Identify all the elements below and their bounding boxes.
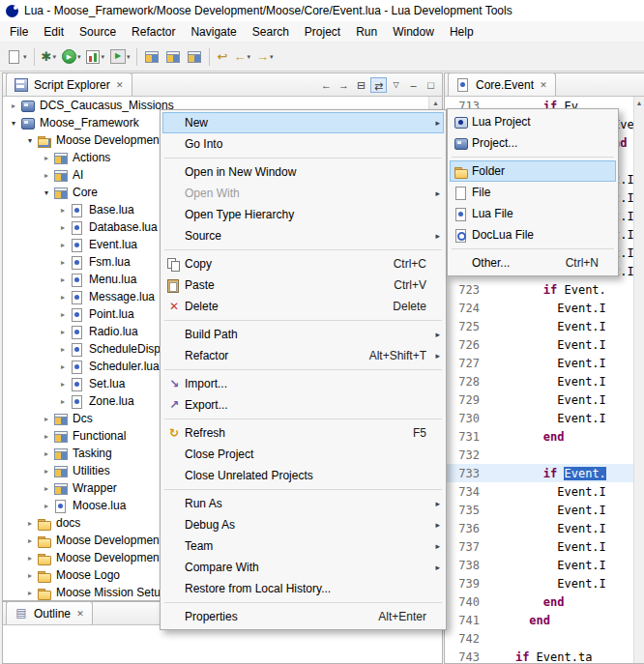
menubar-item-refactor[interactable]: Refactor <box>124 23 183 41</box>
menubar-item-source[interactable]: Source <box>72 23 124 41</box>
menu-item-open-in-new-window[interactable]: Open in New Window <box>162 161 444 183</box>
submenu-item-folder[interactable]: Folder <box>450 160 616 182</box>
scroll-up-icon[interactable]: ▲ <box>429 97 442 109</box>
menu-item-compare-with[interactable]: Compare With▸ <box>162 557 444 578</box>
close-icon[interactable] <box>75 609 85 619</box>
new-wizard-icon[interactable]: ▾ <box>5 45 29 69</box>
submenu-item-doclua-file[interactable]: DocLua File <box>450 224 616 245</box>
submenu-item-file[interactable]: File <box>450 182 616 203</box>
menu-item-export[interactable]: ↗Export... <box>162 394 444 416</box>
expand-arrow-icon[interactable]: ▾ <box>23 136 37 145</box>
menu-item-build-path[interactable]: Build Path▸ <box>162 324 444 345</box>
expand-arrow-icon[interactable]: ▸ <box>23 554 37 563</box>
dropdown-caret-icon[interactable]: ▾ <box>101 53 104 61</box>
menu-item-restore-from-local-history[interactable]: Restore from Local History... <box>162 578 444 599</box>
dropdown-caret-icon[interactable]: ▾ <box>52 53 56 61</box>
expand-arrow-icon[interactable]: ▸ <box>40 502 53 510</box>
code-line[interactable]: 725 Event.I <box>445 317 634 335</box>
expand-arrow-icon[interactable]: ▸ <box>40 467 53 476</box>
external-tools-icon[interactable]: ▶▾ <box>108 45 132 69</box>
expand-arrow-icon[interactable]: ▸ <box>56 258 70 267</box>
expand-arrow-icon[interactable]: ▸ <box>56 362 70 371</box>
menu-item-paste[interactable]: PasteCtrl+V <box>162 274 444 296</box>
dropdown-caret-icon[interactable]: ▾ <box>270 53 274 61</box>
expand-arrow-icon[interactable]: ▸ <box>56 223 70 232</box>
code-line[interactable]: 742 <box>445 629 634 648</box>
code-line[interactable]: 741 end <box>445 611 634 629</box>
code-line[interactable]: 735 Event.I <box>445 501 634 519</box>
expand-arrow-icon[interactable]: ▸ <box>56 275 70 284</box>
collapse-all-icon[interactable]: ⊟ <box>353 77 369 93</box>
code-line[interactable]: 737 Event.I <box>445 537 634 556</box>
expand-arrow-icon[interactable]: ▸ <box>56 310 70 319</box>
expand-arrow-icon[interactable]: ▸ <box>56 380 70 389</box>
submenu-item-other[interactable]: Other...Ctrl+N <box>450 252 616 274</box>
code-line[interactable]: 724 Event.I <box>445 299 634 317</box>
menu-item-close-unrelated-projects[interactable]: Close Unrelated Projects <box>162 465 444 486</box>
forward-view-icon[interactable]: → <box>336 77 352 93</box>
minimize-icon[interactable]: – <box>405 77 422 93</box>
menu-item-open-with[interactable]: Open With▸ <box>162 183 444 204</box>
table-icon-3[interactable] <box>185 45 204 69</box>
menu-item-source[interactable]: Source▸ <box>162 225 444 246</box>
menubar-item-edit[interactable]: Edit <box>36 23 72 41</box>
code-line[interactable]: 726 Event.I <box>445 335 634 354</box>
expand-arrow-icon[interactable]: ▸ <box>56 206 70 215</box>
expand-arrow-icon[interactable]: ▸ <box>23 519 37 528</box>
back-view-icon[interactable]: ← <box>318 77 335 93</box>
menubar-item-search[interactable]: Search <box>245 23 297 41</box>
menu-item-go-into[interactable]: Go Into <box>162 133 444 155</box>
dropdown-caret-icon[interactable]: ▾ <box>77 53 81 61</box>
last-edit-location-icon[interactable]: ↩ <box>215 45 229 69</box>
dropdown-caret-icon[interactable]: ▾ <box>127 53 131 61</box>
expand-arrow-icon[interactable]: ▸ <box>40 154 53 162</box>
dropdown-caret-icon[interactable]: ▾ <box>23 53 27 61</box>
menu-item-debug-as[interactable]: Debug As▸ <box>162 514 444 535</box>
close-icon[interactable] <box>539 80 548 90</box>
code-line[interactable]: 727 Event.I <box>445 354 634 372</box>
expand-arrow-icon[interactable]: ▸ <box>56 241 70 249</box>
menu-item-refresh[interactable]: ↻RefreshF5 <box>162 422 444 444</box>
menu-item-import[interactable]: ↘Import... <box>162 373 444 394</box>
menu-item-team[interactable]: Team▸ <box>162 535 444 557</box>
code-line[interactable]: 739 Event.I <box>445 574 634 592</box>
editor-scrollbar[interactable]: ▲ <box>633 97 644 663</box>
expand-arrow-icon[interactable]: ▸ <box>40 484 53 493</box>
code-line[interactable]: 723 if Event. <box>445 280 634 299</box>
maximize-icon[interactable]: □ <box>423 77 439 93</box>
expand-arrow-icon[interactable]: ▸ <box>40 415 53 423</box>
code-line[interactable]: 730 Event.I <box>445 409 634 427</box>
run-icon[interactable]: ▶▾ <box>60 45 83 69</box>
table-icon-1[interactable] <box>142 45 161 69</box>
expand-arrow-icon[interactable]: ▸ <box>56 328 70 336</box>
menu-item-open-type-hierarchy[interactable]: Open Type Hierarchy <box>162 204 444 225</box>
view-menu-icon[interactable]: ▽ <box>388 77 404 93</box>
menu-item-close-project[interactable]: Close Project <box>162 444 444 465</box>
expand-arrow-icon[interactable]: ▸ <box>56 397 70 406</box>
expand-arrow-icon[interactable]: ▸ <box>23 571 37 580</box>
menubar-item-help[interactable]: Help <box>442 23 482 41</box>
menubar-item-navigate[interactable]: Navigate <box>183 23 244 41</box>
code-line[interactable]: 734 Event.I <box>445 482 634 501</box>
code-line[interactable]: 738 Event.I <box>445 556 634 574</box>
tab-core-event[interactable]: Core.Event <box>448 72 556 96</box>
forward-icon[interactable]: →▾ <box>254 45 276 69</box>
expand-arrow-icon[interactable]: ▸ <box>23 536 37 545</box>
scroll-up-icon[interactable]: ▲ <box>634 97 644 109</box>
code-line[interactable]: 740 end <box>445 592 634 611</box>
menu-item-refactor[interactable]: RefactorAlt+Shift+T▸ <box>162 345 444 366</box>
back-icon[interactable]: ←▾ <box>231 45 252 69</box>
link-with-editor-icon[interactable]: ⇄ <box>370 77 387 93</box>
menubar-item-file[interactable]: File <box>2 23 36 41</box>
expand-arrow-icon[interactable]: ▸ <box>7 101 20 110</box>
expand-arrow-icon[interactable]: ▾ <box>7 119 20 128</box>
code-line[interactable]: 729 Event.I <box>445 390 634 409</box>
submenu-item-lua-project[interactable]: Lua Project <box>450 111 616 132</box>
expand-arrow-icon[interactable]: ▸ <box>23 589 37 597</box>
coverage-icon[interactable]: ▾ <box>84 45 106 69</box>
code-line[interactable]: 728 Event.I <box>445 372 634 390</box>
code-line[interactable]: 743 if Event.ta <box>445 648 634 663</box>
tab-outline[interactable]: ▤ Outline <box>6 601 93 624</box>
menu-item-run-as[interactable]: Run As▸ <box>162 493 444 514</box>
close-icon[interactable] <box>115 80 125 90</box>
